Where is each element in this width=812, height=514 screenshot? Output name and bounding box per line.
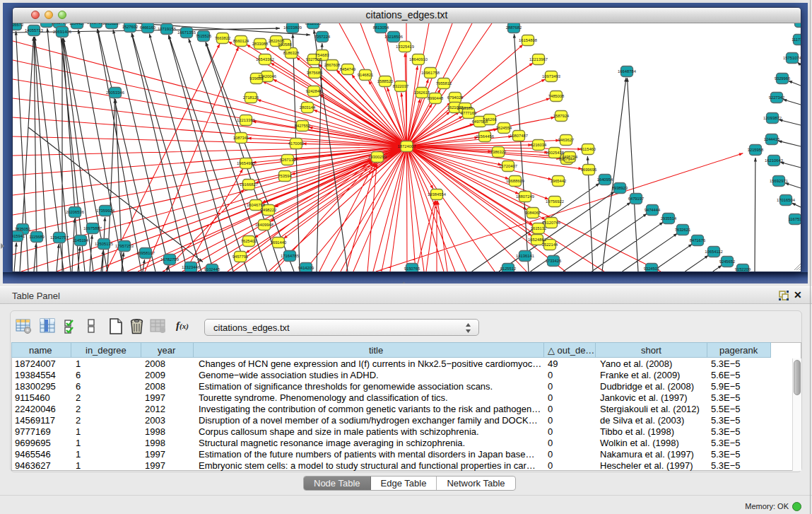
svg-text:1640954: 1640954 — [597, 177, 613, 182]
svg-text:8990448: 8990448 — [428, 96, 444, 100]
svg-text:2887682: 2887682 — [506, 25, 522, 30]
svg-text:19300293: 19300293 — [368, 155, 387, 159]
svg-text:15720407: 15720407 — [499, 164, 517, 168]
svg-text:9242848: 9242848 — [306, 89, 322, 93]
svg-text:19384554: 19384554 — [428, 192, 447, 197]
svg-text:9102445: 9102445 — [204, 267, 220, 271]
svg-text:9152209: 9152209 — [735, 267, 751, 271]
svg-text:9031764: 9031764 — [52, 23, 68, 25]
svg-text:1362615: 1362615 — [414, 90, 430, 95]
svg-text:2935514: 2935514 — [661, 216, 677, 221]
svg-text:1691440: 1691440 — [271, 240, 287, 245]
svg-text:8186328: 8186328 — [283, 51, 300, 55]
svg-text:6479197: 6479197 — [628, 197, 645, 201]
svg-text:9324501: 9324501 — [644, 267, 660, 271]
svg-text:12213369: 12213369 — [237, 118, 255, 122]
svg-text:9146821: 9146821 — [358, 73, 374, 77]
svg-text:7386322: 7386322 — [490, 150, 507, 154]
svg-text:12505135: 12505135 — [95, 242, 113, 246]
svg-text:2867608: 2867608 — [324, 63, 341, 67]
svg-text:1495754: 1495754 — [562, 155, 578, 159]
svg-text:1145194: 1145194 — [73, 238, 89, 243]
svg-text:939688: 939688 — [249, 76, 263, 81]
svg-text:17016504: 17016504 — [777, 198, 796, 202]
svg-text:7632621: 7632621 — [675, 228, 691, 232]
svg-text:15692971: 15692971 — [770, 179, 788, 183]
svg-text:14055713: 14055713 — [25, 28, 43, 33]
svg-text:13325419: 13325419 — [396, 45, 414, 49]
svg-text:20206536: 20206536 — [66, 210, 84, 214]
svg-text:15751074: 15751074 — [783, 56, 801, 60]
svg-text:16154808: 16154808 — [519, 38, 537, 42]
svg-text:17359924: 17359924 — [96, 209, 115, 213]
svg-text:12323446: 12323446 — [182, 265, 200, 269]
svg-text:1965442: 1965442 — [551, 179, 567, 183]
svg-text:18640910: 18640910 — [409, 57, 428, 62]
svg-text:746266: 746266 — [483, 117, 496, 122]
svg-text:10807487: 10807487 — [510, 134, 528, 138]
svg-text:8938923: 8938923 — [612, 186, 628, 190]
svg-text:16210643: 16210643 — [765, 158, 783, 163]
svg-text:8427552: 8427552 — [295, 124, 311, 128]
svg-text:19166827: 19166827 — [240, 182, 258, 187]
svg-text:3215958: 3215958 — [748, 148, 764, 152]
svg-text:754683: 754683 — [315, 53, 329, 57]
svg-text:16543362: 16543362 — [256, 57, 274, 62]
svg-text:8312055: 8312055 — [305, 23, 322, 25]
svg-text:6466160: 6466160 — [140, 25, 156, 30]
svg-text:9414209: 9414209 — [298, 266, 314, 270]
svg-text:1244415: 1244415 — [764, 137, 780, 141]
svg-text:19756922: 19756922 — [546, 199, 564, 204]
svg-text:14136141: 14136141 — [516, 254, 534, 258]
svg-text:1527602: 1527602 — [122, 25, 139, 29]
svg-text:2803144: 2803144 — [300, 105, 316, 110]
svg-text:2522144: 2522144 — [542, 243, 558, 247]
svg-text:12942757: 12942757 — [50, 235, 69, 240]
svg-text:3915941: 3915941 — [13, 234, 25, 238]
svg-text:18724007: 18724007 — [398, 144, 416, 148]
svg-text:10973493: 10973493 — [542, 74, 560, 78]
svg-text:3624554: 3624554 — [496, 126, 512, 130]
svg-text:9115460: 9115460 — [580, 147, 596, 151]
svg-text:16648784: 16648784 — [618, 69, 637, 74]
svg-text:3498222: 3498222 — [261, 208, 277, 212]
svg-text:9463627: 9463627 — [558, 138, 575, 142]
svg-text:116753: 116753 — [789, 217, 801, 221]
svg-text:1117382: 1117382 — [792, 37, 801, 42]
svg-text:7485008: 7485008 — [548, 94, 565, 98]
svg-text:16033809: 16033809 — [283, 25, 302, 30]
svg-text:10958107: 10958107 — [136, 251, 155, 255]
svg-text:1588520: 1588520 — [377, 79, 394, 83]
svg-text:9227342: 9227342 — [769, 95, 785, 100]
svg-text:753594: 753594 — [278, 174, 292, 178]
svg-text:8813054: 8813054 — [373, 25, 389, 30]
svg-text:10688609: 10688609 — [506, 179, 524, 183]
svg-text:9084067: 9084067 — [525, 211, 541, 215]
svg-text:6794028: 6794028 — [447, 95, 464, 100]
svg-text:1733426: 1733426 — [546, 259, 562, 263]
svg-text:10961758: 10961758 — [421, 71, 440, 75]
svg-text:19218506: 19218506 — [384, 35, 403, 39]
svg-text:4170060: 4170060 — [288, 141, 305, 146]
svg-text:8454749: 8454749 — [340, 67, 356, 71]
svg-text:16409948: 16409948 — [255, 223, 273, 227]
svg-text:9327508: 9327508 — [306, 57, 322, 62]
svg-text:7663822: 7663822 — [215, 36, 231, 40]
svg-text:16671355: 16671355 — [177, 30, 196, 35]
svg-text:9245652: 9245652 — [719, 259, 736, 264]
svg-text:7515526: 7515526 — [196, 34, 212, 38]
svg-text:1905572: 1905572 — [13, 23, 23, 27]
svg-text:2822605: 2822605 — [269, 39, 285, 43]
svg-text:7357224: 7357224 — [314, 35, 331, 39]
svg-text:7625402: 7625402 — [241, 239, 257, 243]
svg-text:9699695: 9699695 — [581, 168, 597, 172]
svg-text:1087341: 1087341 — [233, 136, 249, 140]
svg-text:9457791: 9457791 — [233, 255, 249, 259]
svg-text:10975887: 10975887 — [83, 226, 102, 230]
svg-text:2718126: 2718126 — [243, 95, 259, 100]
svg-text:18807249: 18807249 — [516, 194, 534, 199]
svg-text:9474444: 9474444 — [645, 208, 661, 212]
svg-text:1115689: 1115689 — [29, 235, 45, 239]
svg-text:17957253: 17957253 — [115, 244, 134, 248]
svg-text:12213967: 12213967 — [529, 57, 548, 62]
